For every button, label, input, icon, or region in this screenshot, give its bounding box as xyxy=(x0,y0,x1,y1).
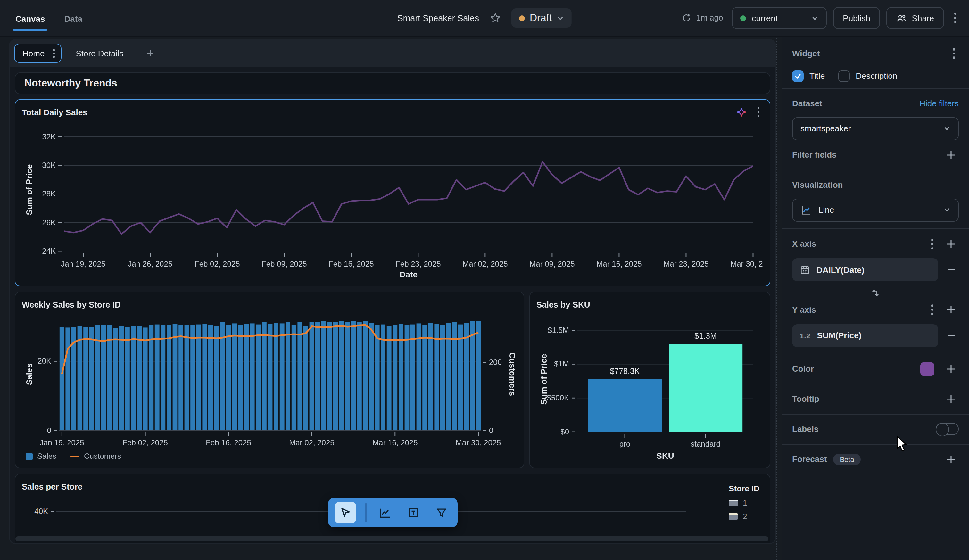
chart-legend: Sales Customers xyxy=(22,450,517,463)
y-axis-kebab-icon[interactable] xyxy=(927,301,937,319)
x-axis-field-name: DAILY(Date) xyxy=(816,265,864,274)
tooltip-plus-icon[interactable] xyxy=(943,391,959,407)
ai-sparkle-icon[interactable] xyxy=(733,104,749,120)
y-axis-field-pill[interactable]: 1.2 SUM(Price) xyxy=(792,324,938,347)
svg-text:Feb 09, 2025: Feb 09, 2025 xyxy=(261,259,307,268)
tab-canvas[interactable]: Canvas xyxy=(14,1,47,35)
filter-fields-label: Filter fields xyxy=(792,150,837,160)
title-checkbox[interactable] xyxy=(792,70,804,82)
share-button[interactable]: Share xyxy=(886,7,944,29)
add-filter-plus-icon[interactable] xyxy=(943,147,959,163)
x-axis-plus-icon[interactable] xyxy=(943,236,959,252)
version-label: current xyxy=(752,13,778,23)
floating-toolbar xyxy=(328,498,457,527)
add-chart-tool-button[interactable] xyxy=(375,503,395,522)
panel-resize-gutter[interactable] xyxy=(776,38,782,560)
forecast-plus-icon[interactable] xyxy=(943,451,959,467)
page-tab-home-label: Home xyxy=(22,48,45,58)
draft-status-dot xyxy=(519,15,524,21)
svg-text:Mar 30, 2025: Mar 30, 2025 xyxy=(730,259,763,268)
svg-text:Mar 09, 2025: Mar 09, 2025 xyxy=(529,259,574,268)
more-options-kebab-icon[interactable] xyxy=(950,9,960,27)
svg-text:Feb 02, 2025: Feb 02, 2025 xyxy=(122,438,168,447)
publish-button[interactable]: Publish xyxy=(833,7,880,29)
widget-sales-by-sku[interactable]: Sales by SKU $0$500K$1M$1.5MSum of Price… xyxy=(529,292,770,469)
svg-text:Sum of Price: Sum of Price xyxy=(539,354,549,405)
svg-text:pro: pro xyxy=(619,440,631,448)
svg-text:24K: 24K xyxy=(42,247,56,255)
svg-text:30K: 30K xyxy=(42,161,56,169)
svg-text:Customers: Customers xyxy=(508,352,517,396)
legend-label: Sales xyxy=(37,452,57,461)
add-page-button[interactable]: + xyxy=(138,47,163,60)
dataset-select[interactable]: smartspeaker xyxy=(792,117,959,140)
chevron-down-icon xyxy=(943,206,951,213)
legend-item-customers[interactable]: Customers xyxy=(70,452,121,461)
horizontal-scrollbar[interactable] xyxy=(15,536,768,542)
svg-text:0: 0 xyxy=(489,426,493,435)
color-plus-icon[interactable] xyxy=(943,361,959,376)
draft-status-label: Draft xyxy=(530,12,552,24)
chart-title: Sales per Store xyxy=(22,482,82,491)
version-dot xyxy=(740,15,746,21)
line-viz-icon xyxy=(801,204,812,216)
svg-text:Feb 16, 2025: Feb 16, 2025 xyxy=(206,438,251,447)
weekly-sales-chart[interactable]: 020K0200SalesCustomersJan 19, 2025Feb 02… xyxy=(22,313,517,450)
legend-item-store-2[interactable]: 2 xyxy=(729,512,759,521)
x-axis-remove-icon[interactable] xyxy=(945,263,959,277)
x-axis-kebab-icon[interactable] xyxy=(927,235,937,253)
title-checkbox-label: Title xyxy=(809,71,825,81)
widget-weekly-sales[interactable]: Weekly Sales by Store ID 020K0200SalesCu… xyxy=(15,292,524,469)
legend-item-sales[interactable]: Sales xyxy=(26,452,57,461)
document-header: Smart Speaker Sales Draft xyxy=(397,0,572,36)
svg-text:SKU: SKU xyxy=(657,451,674,461)
chart-title: Total Daily Sales xyxy=(22,107,88,117)
x-axis-label: X axis xyxy=(792,239,816,249)
description-checkbox[interactable] xyxy=(838,70,850,82)
section-title-text: Noteworthy Trends xyxy=(24,78,117,89)
x-axis-field-pill[interactable]: DAILY(Date) xyxy=(792,258,938,281)
widget-total-daily-sales[interactable]: Total Daily Sales 24K26K28K30K32KSum of … xyxy=(15,99,770,286)
labels-toggle[interactable] xyxy=(936,423,959,435)
svg-text:Jan 19, 2025: Jan 19, 2025 xyxy=(40,438,84,447)
refresh-status[interactable]: 1m ago xyxy=(681,13,723,23)
legend-item-store-1[interactable]: 1 xyxy=(729,499,759,507)
config-panel: Widget Title Description Dataset Hide fi… xyxy=(782,37,969,560)
legend-label: 2 xyxy=(743,512,747,521)
hide-filters-link[interactable]: Hide filters xyxy=(919,99,959,108)
select-tool-button[interactable] xyxy=(334,502,356,523)
svg-text:Jan 19, 2025: Jan 19, 2025 xyxy=(61,259,105,268)
sales-swatch xyxy=(26,453,33,460)
widget-menu-kebab-icon[interactable] xyxy=(753,103,763,121)
total-daily-sales-chart[interactable]: 24K26K28K30K32KSum of PriceJan 19, 2025J… xyxy=(22,120,763,281)
add-text-tool-button[interactable] xyxy=(403,503,423,522)
svg-text:Mar 23, 2025: Mar 23, 2025 xyxy=(663,259,708,268)
color-section-label: Color xyxy=(792,364,814,374)
filter-tool-button[interactable] xyxy=(431,503,451,522)
widget-kebab-icon[interactable] xyxy=(949,44,959,63)
labels-section-label: Labels xyxy=(792,424,818,434)
draft-status-dropdown[interactable]: Draft xyxy=(511,8,572,28)
sales-by-sku-chart[interactable]: $0$500K$1M$1.5MSum of Price$778.3Kpro$1.… xyxy=(536,313,763,463)
svg-text:Sales: Sales xyxy=(24,363,34,385)
page-tabs: Home Store Details + xyxy=(9,39,776,67)
line-chart-icon xyxy=(378,506,391,519)
page-tab-store-details[interactable]: Store Details xyxy=(64,48,135,58)
svg-text:26K: 26K xyxy=(42,218,56,227)
favorite-star-icon[interactable] xyxy=(487,10,503,26)
section-title-widget[interactable]: Noteworthy Trends xyxy=(15,72,770,94)
y-axis-remove-icon[interactable] xyxy=(945,328,959,342)
swap-axes-icon[interactable] xyxy=(868,285,883,301)
y-axis-plus-icon[interactable] xyxy=(943,302,959,317)
page-tab-home[interactable]: Home xyxy=(14,43,62,63)
page-tab-kebab-icon[interactable] xyxy=(49,46,57,61)
tab-data[interactable]: Data xyxy=(63,1,84,35)
chart-title: Sales by SKU xyxy=(536,299,590,309)
svg-text:32K: 32K xyxy=(42,132,56,141)
visualization-select[interactable]: Line xyxy=(792,198,959,221)
svg-text:$0: $0 xyxy=(561,427,569,436)
color-swatch[interactable] xyxy=(920,362,934,376)
svg-text:Mar 30, 2025: Mar 30, 2025 xyxy=(456,438,501,447)
version-dropdown[interactable]: current xyxy=(732,7,827,29)
publish-label: Publish xyxy=(843,13,870,23)
